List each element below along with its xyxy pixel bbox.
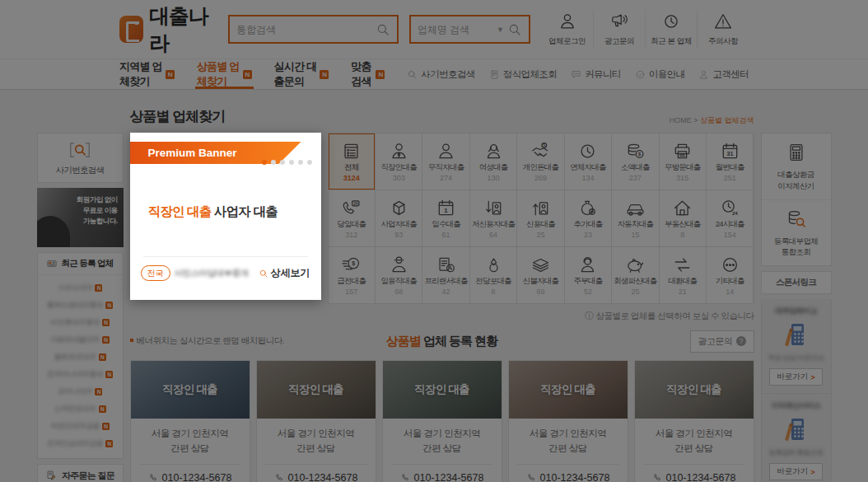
card-phone[interactable]: 010-1234-5678 — [391, 464, 493, 482]
category-cell[interactable]: 연체자대출134 — [565, 133, 611, 190]
recent-company-item[interactable]: 행복드림대부중개N — [43, 297, 118, 314]
faq-box[interactable]: 자주묻는 질문 — [37, 464, 124, 482]
new-badge: N — [102, 336, 110, 344]
utility-clock[interactable]: 최근 본 업체 — [645, 10, 697, 49]
category-label: 급전대출 — [337, 276, 366, 287]
category-cell[interactable]: 대환대출21 — [660, 247, 706, 303]
card-phone[interactable]: 010-1234-5678 — [265, 464, 367, 482]
chevron-right-icon: > — [810, 468, 814, 476]
category-cell[interactable]: 일수대출61 — [422, 190, 469, 246]
recent-company-item[interactable]: 한국머니대부중개N — [43, 366, 118, 383]
recent-company-item[interactable]: 바로론대부중개N — [43, 314, 118, 331]
company-search-input[interactable] — [418, 24, 493, 35]
card-phone[interactable]: 010-1234-5678 — [517, 464, 619, 482]
fraud-number-search-box[interactable]: 사기번호검색 — [37, 133, 124, 183]
faq-icon — [45, 470, 58, 482]
category-count: 134 — [581, 174, 594, 182]
detail-view-link[interactable]: 상세보기 — [259, 266, 310, 280]
nav-item[interactable]: 실시간 대출문의N — [274, 59, 329, 89]
search-icon[interactable] — [376, 22, 390, 37]
nav-right-item[interactable]: 고객센터 — [698, 68, 749, 81]
category-cell[interactable]: 사업자대출93 — [376, 190, 422, 246]
category-cell[interactable]: 소액대출237 — [612, 133, 658, 190]
recent-company-item[interactable]: 스피드대부N — [43, 279, 118, 297]
category-cell[interactable]: 직장인대출303 — [376, 133, 422, 190]
company-card[interactable]: 직장인 대출서울 경기 인천지역간편 상담010-1234-5678대출나라전국 — [130, 360, 250, 482]
category-cell[interactable]: 전체3124 — [329, 133, 375, 190]
go-button[interactable]: 바로가기> — [769, 463, 822, 480]
category-label: 프리랜서대출 — [425, 276, 468, 287]
category-cell[interactable]: 주부대출52 — [565, 247, 611, 303]
company-card[interactable]: 직장인 대출서울 경기 인천지역간편 상담010-1234-5678대출나라전국 — [508, 360, 628, 482]
sponsor-item[interactable]: 대부업체비교무료 상담 바로안내바로가기> — [761, 299, 832, 394]
nav-right-item[interactable]: 사기번호검색 — [407, 68, 474, 81]
company-card[interactable]: 직장인 대출서울 경기 인천지역간편 상담010-1234-5678대출나라전국 — [634, 360, 754, 482]
category-cell[interactable]: 개인돈대출269 — [517, 133, 563, 190]
recent-company-item[interactable]: 월변프로대부N — [43, 349, 118, 366]
carousel-dot[interactable] — [289, 160, 294, 165]
global-search-input[interactable] — [236, 24, 376, 35]
category-cell[interactable]: 부동산대출8 — [660, 190, 706, 246]
nav-item[interactable]: 맞춤검색N — [351, 59, 385, 89]
card-title: 직장인 대출 — [288, 382, 343, 397]
site-logo[interactable]: 대출나라 — [119, 2, 217, 57]
go-button[interactable]: 바로가기> — [769, 368, 822, 386]
card-phone[interactable]: 010-1234-5678 — [643, 464, 745, 482]
company-card[interactable]: 직장인 대출서울 경기 인천지역간편 상담010-1234-5678대출나라전국 — [382, 360, 502, 482]
doc-clock-icon — [436, 255, 456, 275]
phone-number: 010-1234-5678 — [666, 472, 736, 482]
recent-company-item[interactable]: 미래캐피탈대부N — [43, 331, 118, 349]
category-cell[interactable]: 급전대출157 — [329, 247, 375, 303]
category-cell[interactable]: 프리랜서대출42 — [422, 247, 469, 303]
category-cell[interactable]: 월변대출251 — [707, 133, 753, 190]
recent-company-item[interactable]: 직장인대부금융N — [43, 418, 118, 435]
category-cell[interactable]: 24시대출154 — [707, 190, 753, 246]
premium-banner-card[interactable]: Premium Banner 직장인 대출 사업자 대출 전국 서민스마일대부중… — [130, 133, 321, 300]
card-region-text: 서울 경기 인천지역간편 상담 — [509, 419, 628, 456]
category-cell[interactable]: 자동차대출15 — [612, 190, 658, 246]
ad-inquiry-button[interactable]: 광고문의 ? — [690, 330, 754, 353]
tool-label-line: 통합조회 — [763, 246, 829, 258]
tool-db-search[interactable]: 등록대부업체통합조회 — [762, 199, 831, 266]
chevron-down-icon[interactable]: ▼ — [497, 26, 504, 34]
recent-company-item[interactable]: 굿머니대부N — [43, 383, 118, 400]
carousel-dot[interactable] — [271, 160, 276, 165]
nav-right-item[interactable]: 커뮤니티 — [571, 68, 621, 81]
nav-item[interactable]: 상품별 업체찾기N — [197, 59, 252, 89]
breadcrumb-home[interactable]: HOME — [670, 116, 692, 124]
category-cell[interactable]: 여성대출130 — [470, 133, 516, 190]
category-cell[interactable]: 저신용자대출64 — [470, 190, 516, 246]
utility-warning[interactable]: 주의사항 — [697, 10, 749, 49]
category-cell[interactable]: 전당포대출8 — [470, 247, 516, 303]
carousel-dot[interactable] — [298, 160, 303, 165]
nav-item[interactable]: 지역별 업체찾기N — [119, 59, 175, 89]
bag-icon — [577, 198, 598, 218]
category-cell[interactable]: 회생파산대출25 — [612, 247, 658, 303]
card-phone[interactable]: 010-1234-5678 — [139, 464, 241, 482]
carousel-dot[interactable] — [262, 160, 267, 165]
recent-company-item[interactable]: 전국안심대부금융N — [43, 435, 118, 452]
category-cell[interactable]: 무직자대출274 — [422, 133, 469, 190]
company-search-icon[interactable] — [507, 22, 522, 37]
utility-user[interactable]: 업체로그인 — [541, 10, 593, 49]
nav-right-item[interactable]: 이용안내 — [635, 68, 685, 81]
category-cell[interactable]: 추가대출23 — [565, 190, 611, 246]
category-cell[interactable]: 무방문대출315 — [660, 133, 706, 190]
tool-calc[interactable]: 대출상환금이자계산기 — [762, 133, 831, 199]
utility-megaphone[interactable]: 광고문의 — [593, 10, 645, 49]
recent-company-item[interactable]: 소액전문대부N — [43, 400, 118, 418]
nav-right-item[interactable]: 정식업체조회 — [489, 68, 557, 81]
divider — [143, 256, 308, 257]
category-cell[interactable]: 신용대출25 — [517, 190, 563, 246]
free-signup-promo-banner[interactable]: 회원가입 없이무료로 이용가능합니다. — [37, 188, 124, 247]
blurred-sponsor-title: 대부업체비교 — [765, 306, 828, 316]
carousel-dot[interactable] — [307, 160, 312, 165]
category-cell[interactable]: 기타대출14 — [707, 247, 753, 303]
sponsor-item[interactable]: 이자계산서비스등록업체 통합조회바로가기> — [761, 394, 832, 482]
category-cell[interactable]: 신불자대출69 — [517, 247, 563, 303]
logo-icon — [119, 16, 143, 43]
category-cell[interactable]: 당일대출312 — [329, 190, 375, 246]
category-cell[interactable]: 일용직대출68 — [376, 247, 422, 303]
company-card[interactable]: 직장인 대출서울 경기 인천지역간편 상담010-1234-5678대출나라전국 — [256, 360, 376, 482]
carousel-dot[interactable] — [280, 160, 285, 165]
